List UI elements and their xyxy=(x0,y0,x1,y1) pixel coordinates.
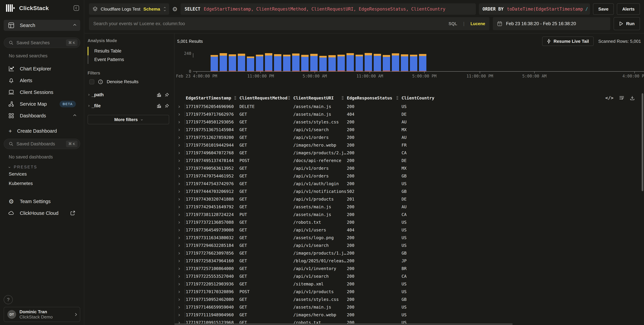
language-toggle-sql[interactable]: SQL xyxy=(448,21,457,26)
table-row[interactable]: ›1771977444703206912GET/api/v1/notificat… xyxy=(174,188,641,195)
table-row[interactable]: ›1771977429451649792GET/assets/main.js20… xyxy=(174,203,641,211)
chevron-up-icon[interactable] xyxy=(73,114,76,117)
download-icon[interactable] xyxy=(630,96,634,100)
histogram-bar[interactable] xyxy=(392,53,399,71)
table-row[interactable]: ›1771977381128724224PUT/assets/main.js20… xyxy=(174,211,641,218)
table-row[interactable]: ›1771977225553527040GET/api/v1/search200… xyxy=(174,272,641,280)
sidebar-collapse-icon[interactable] xyxy=(74,5,79,11)
histogram-bar[interactable] xyxy=(346,53,354,71)
sidebar-item-team-settings[interactable]: ⚙ Team Settings xyxy=(4,196,80,207)
histogram-bar[interactable] xyxy=(274,54,282,71)
create-dashboard-button[interactable]: + Create Dashboard xyxy=(4,126,80,136)
source-selector[interactable]: Cloudflare Logs Test Schema xyxy=(89,3,169,15)
expand-chevron-icon[interactable]: › xyxy=(177,164,186,172)
histogram-bar[interactable] xyxy=(356,55,363,71)
mode-results-table[interactable]: Results Table xyxy=(88,47,169,55)
expand-chevron-icon[interactable]: › xyxy=(177,141,186,149)
table-row[interactable]: ›1771977562054696960DELETE/assets/main.j… xyxy=(174,103,641,110)
save-button[interactable]: Save xyxy=(593,3,614,15)
sidebar-item-search[interactable]: Search xyxy=(4,20,80,31)
expand-chevron-icon[interactable]: › xyxy=(177,226,186,234)
column-header[interactable]: ClientRequestURI xyxy=(293,96,347,100)
histogram-bar[interactable] xyxy=(210,55,218,71)
sidebar-item-client-sessions[interactable]: Client Sessions xyxy=(4,86,80,98)
table-row[interactable]: ›1771977430320741888GET/api/v1/products2… xyxy=(174,195,641,203)
table-row[interactable]: ›1771977258347964160GET/blog/2025/01/rel… xyxy=(174,257,641,265)
sidebar-item-dashboards[interactable]: Dashboards xyxy=(4,110,80,122)
table-row[interactable]: ›1771977311634380032GET/assets/logo.png2… xyxy=(174,234,641,242)
chevron-up-icon[interactable] xyxy=(73,24,76,27)
column-header[interactable]: EdgeResponseStatus xyxy=(347,96,402,100)
table-row[interactable]: ›1771977276623097856GET/images/products/… xyxy=(174,249,641,257)
expand-chevron-icon[interactable]: › xyxy=(177,149,186,157)
table-row[interactable]: ›1771977490563613952GET/api/v1/orders200… xyxy=(174,164,641,172)
bar-chart-icon[interactable] xyxy=(157,93,161,97)
pin-icon[interactable] xyxy=(165,93,169,97)
column-drag-handle-icon[interactable] xyxy=(288,96,290,100)
sidebar-item-alerts[interactable]: Alerts xyxy=(4,75,80,86)
table-row[interactable]: ›1771977447543742976GET/api/v1/auth/logi… xyxy=(174,180,641,188)
filter-field-path[interactable]: _path xyxy=(88,90,169,99)
histogram-bar[interactable] xyxy=(220,53,227,71)
bar-chart-icon[interactable] xyxy=(157,104,161,108)
sidebar-item-clickhouse-cloud[interactable]: ClickHouse Cloud xyxy=(4,207,80,219)
wrap-lines-icon[interactable] xyxy=(619,96,624,100)
sidebar-item-chart-explorer[interactable]: Chart Explorer xyxy=(4,63,80,75)
expand-chevron-icon[interactable]: › xyxy=(177,296,186,303)
histogram-bar[interactable] xyxy=(247,56,254,71)
column-drag-handle-icon[interactable] xyxy=(234,96,236,100)
expand-chevron-icon[interactable]: › xyxy=(177,280,186,288)
expand-chevron-icon[interactable]: › xyxy=(177,272,186,280)
histogram-bar[interactable] xyxy=(310,54,318,71)
table-row[interactable]: ›1771977150952462080GET/assets/styles.cs… xyxy=(174,296,641,303)
run-button[interactable]: Run xyxy=(614,17,640,30)
histogram-bar[interactable] xyxy=(292,53,300,71)
histogram-bar[interactable] xyxy=(364,53,372,71)
results-histogram[interactable]: 240 0 Feb 23 4:00:00 PM11:00:00 PM5:00:0… xyxy=(174,50,644,79)
histogram-bar[interactable] xyxy=(319,56,327,71)
presets-section-toggle[interactable]: PRESETS xyxy=(9,165,80,169)
saved-searches-input[interactable]: Saved Searches ⌘ K xyxy=(4,37,80,48)
help-button[interactable]: ? xyxy=(4,295,13,304)
column-drag-handle-icon[interactable] xyxy=(396,96,398,100)
alerts-button[interactable]: Alerts xyxy=(617,3,640,15)
mode-event-patterns[interactable]: Event Patterns xyxy=(88,55,169,64)
column-header[interactable]: ClientRequestMethod xyxy=(240,96,293,100)
table-row[interactable]: ›1771977170170320896POST/api/v1/products… xyxy=(174,288,641,296)
expand-chevron-icon[interactable]: › xyxy=(177,118,186,126)
table-row[interactable]: ›1771977496047072768GET/images/products/… xyxy=(174,149,641,157)
histogram-bar[interactable] xyxy=(374,54,381,71)
table-row[interactable]: ›1771977513675145984GET/api/v1/search200… xyxy=(174,126,641,133)
histogram-bar[interactable] xyxy=(256,55,263,71)
more-filters-button[interactable]: More filters xyxy=(88,115,169,124)
expand-chevron-icon[interactable]: › xyxy=(177,203,186,211)
expand-chevron-icon[interactable]: › xyxy=(177,218,186,226)
table-row[interactable]: ›1771977501019442944GET/images/hero.webp… xyxy=(174,141,641,149)
preset-item-kubernetes[interactable]: Kubernetes xyxy=(4,179,80,188)
histogram-bar[interactable] xyxy=(419,54,426,71)
expand-chevron-icon[interactable]: › xyxy=(177,172,186,180)
preset-item-services[interactable]: Services xyxy=(4,169,80,179)
histogram-bar[interactable] xyxy=(383,55,390,71)
horizontal-scrollbar[interactable] xyxy=(174,324,512,325)
language-toggle-lucene[interactable]: Lucene xyxy=(470,21,485,26)
expand-chevron-icon[interactable]: › xyxy=(177,288,186,296)
expand-chevron-icon[interactable]: › xyxy=(177,257,186,265)
expand-chevron-icon[interactable]: › xyxy=(177,157,186,164)
table-row[interactable]: ›1771977549717662976GET/assets/main.js40… xyxy=(174,110,641,118)
expand-chevron-icon[interactable]: › xyxy=(177,126,186,133)
column-header[interactable]: ClientCountry xyxy=(402,96,611,100)
date-range-picker[interactable]: 1 Feb 23 16:38:20 - Feb 25 16:38:20 xyxy=(493,17,610,30)
event-search-input[interactable]: Search your events w/ Lucene ex. column:… xyxy=(89,17,490,30)
expand-chevron-icon[interactable]: › xyxy=(177,311,186,319)
histogram-bar[interactable] xyxy=(283,55,290,71)
column-header[interactable]: EdgeStartTimestamp xyxy=(186,96,240,100)
histogram-bar[interactable] xyxy=(301,55,308,71)
denoise-checkbox[interactable] xyxy=(89,79,94,84)
table-row[interactable]: ›1771977146659959040GET/assets/main.js20… xyxy=(174,303,641,311)
orderby-clause-input[interactable]: ORDER BY toDateTime(EdgeStartTimestamp / xyxy=(479,3,590,15)
expand-chevron-icon[interactable]: › xyxy=(177,265,186,272)
histogram-bar[interactable] xyxy=(328,55,336,71)
expand-chevron-icon[interactable]: › xyxy=(177,133,186,141)
expand-chevron-icon[interactable]: › xyxy=(177,249,186,257)
